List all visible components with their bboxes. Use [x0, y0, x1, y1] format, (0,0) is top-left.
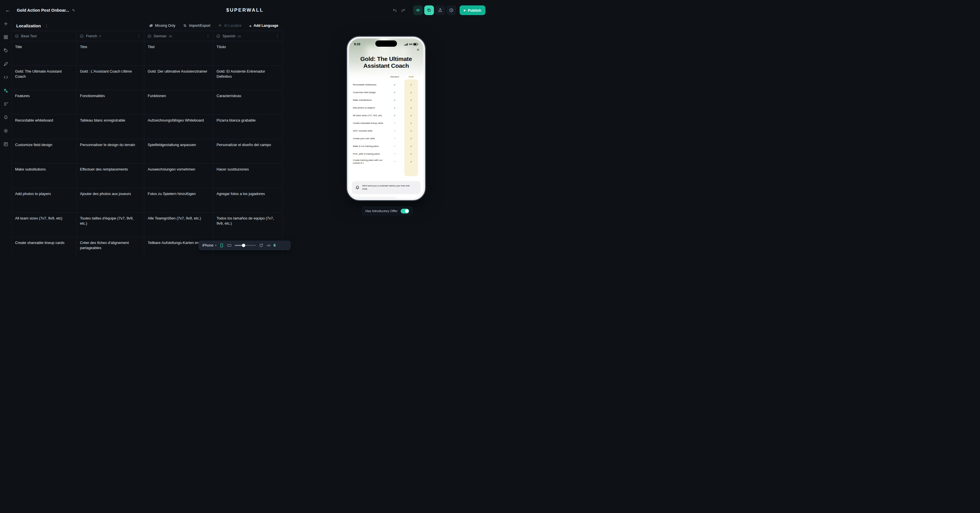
column-header-spanish[interactable]: Spanishes⋮: [213, 31, 283, 41]
translation-cell-r3-c1[interactable]: Features: [12, 90, 76, 115]
cta-button-partial[interactable]: [352, 197, 397, 198]
translation-cell-r1-c4[interactable]: Título: [213, 41, 283, 66]
trial-reminder-text: We'll send you a reminder before your fr…: [362, 185, 414, 191]
missing-only-toggle[interactable]: Missing Only: [149, 24, 175, 28]
sidebar-item-forms[interactable]: [3, 142, 9, 147]
translation-cell-r6-c4[interactable]: Hacer sustituciones: [213, 164, 283, 188]
translation-cell-r5-c2[interactable]: Personnaliser le design du terrain: [76, 139, 144, 164]
column-menu-icon[interactable]: ⋮: [276, 34, 279, 38]
back-icon[interactable]: ←: [5, 7, 11, 13]
column-header-german[interactable]: Germande⋮: [144, 31, 213, 41]
zoom-slider[interactable]: [235, 245, 256, 246]
import-export-button[interactable]: Import/Export: [183, 24, 210, 28]
sidebar-item-dashboard[interactable]: [3, 35, 9, 40]
translation-cell-r5-c4[interactable]: Personalizar el diseño del campo: [213, 139, 283, 164]
translation-cell-r2-c3[interactable]: Gold: Der ultimative Assistenztrainer: [144, 66, 213, 90]
status-time: 9:33: [354, 42, 360, 46]
superwall-logo: $UPERWALL: [226, 7, 264, 13]
translation-cell-r4-c1[interactable]: Recordable whiteboard: [12, 115, 76, 139]
translation-cell-r3-c4[interactable]: Características: [213, 90, 283, 115]
translation-cell-r2-c1[interactable]: Gold: The Ultimate Assistant Coach: [12, 66, 76, 90]
ai-localize-button[interactable]: AI Localize: [218, 24, 241, 28]
top-bar: ← Gold Action Post Onboar... ✎ $UPERWALL: [0, 0, 490, 21]
document-title[interactable]: Gold Action Post Onboar...: [17, 8, 69, 13]
landscape-orientation-button[interactable]: [227, 243, 232, 248]
device-selector[interactable]: iPhone ▾: [202, 244, 216, 247]
translation-cell-r1-c3[interactable]: Titel: [144, 41, 213, 66]
check-icon: ✓: [387, 91, 403, 94]
preview-eye-button[interactable]: [413, 5, 423, 15]
feature-name: Print .pdfs of training plans: [353, 153, 387, 155]
cross-icon: ✕: [387, 129, 403, 132]
translation-cell-r8-c1[interactable]: All team sizes (7v7, 9v9, etc): [12, 213, 76, 237]
intro-offer-toggle[interactable]: Has Introductory Offer: [362, 207, 413, 215]
edit-icon[interactable]: ✎: [72, 8, 75, 13]
translation-cell-r7-c1[interactable]: Add photos to players: [12, 188, 76, 213]
feature-row: Recordable whiteboard✓✓: [353, 81, 420, 89]
check-icon: ✓: [403, 91, 420, 94]
translation-cell-r7-c2[interactable]: Ajouter des photos aux joueurs: [76, 188, 144, 213]
toggle-knob: [405, 209, 409, 213]
paywall-title: Gold: The Ultimate Assistant Coach: [351, 56, 421, 69]
toggle-switch[interactable]: [401, 209, 409, 213]
eye-off-icon: [149, 24, 153, 28]
translation-cell-r6-c1[interactable]: Make substitutions: [12, 164, 76, 188]
translation-cell-r8-c3[interactable]: Alle Teamgrößen (7v7, 9v9, etc.): [144, 213, 213, 237]
publish-button[interactable]: ▶ Publish: [460, 5, 485, 15]
translation-cell-r2-c4[interactable]: Gold: El Asistente Entrenador Definitivo: [213, 66, 283, 90]
translation-cell-r7-c4[interactable]: Agregar fotos a los jugadores: [213, 188, 283, 213]
translation-cell-r4-c4[interactable]: Pizarra blanca grabable: [213, 115, 283, 139]
translation-cell-r6-c2[interactable]: Effectuer des remplacements: [76, 164, 144, 188]
column-header-base-text[interactable]: Base Text: [12, 31, 76, 41]
translation-cell-r9-c2[interactable]: Créer des fiches d'alignement partageabl…: [76, 237, 144, 256]
translation-cell-r6-c3[interactable]: Auswechslungen vornehmen: [144, 164, 213, 188]
status-icons: SW: [404, 43, 418, 46]
close-icon[interactable]: ✕: [417, 48, 420, 52]
add-language-button[interactable]: + Add Language: [249, 23, 278, 28]
portrait-orientation-button[interactable]: [220, 243, 224, 248]
translation-cell-r4-c2[interactable]: Tableau blanc enregistrable: [76, 115, 144, 139]
sidebar-item-design[interactable]: [3, 61, 9, 66]
sidebar-item-add[interactable]: [3, 21, 9, 26]
translation-cell-r8-c4[interactable]: Todos los tamaños de equipo (7v7, 9v9, e…: [213, 213, 283, 237]
check-icon: ✓: [403, 99, 420, 102]
sidebar-item-settings[interactable]: [3, 128, 9, 133]
translation-cell-r7-c3[interactable]: Fotos zu Spielern hinzufügen: [144, 188, 213, 213]
history-button[interactable]: [447, 5, 456, 15]
sidebar-item-notifications[interactable]: [3, 115, 9, 120]
feature-name: All team sizes (7v7, 9v9, etc): [353, 114, 387, 117]
duplicate-button[interactable]: [424, 5, 434, 15]
translation-cell-r4-c3[interactable]: Aufzeichnungsfähiges Whiteboard: [144, 115, 213, 139]
translation-cell-r1-c2[interactable]: Titre: [76, 41, 144, 66]
column-menu-icon[interactable]: ⋮: [137, 34, 141, 38]
share-button[interactable]: [435, 5, 445, 15]
translation-cell-r2-c2[interactable]: Gold : L'Assistant Coach Ultime: [76, 66, 144, 90]
localization-menu-icon[interactable]: ⋮: [45, 24, 48, 28]
sidebar-item-tags[interactable]: [3, 48, 9, 53]
code-view-icon[interactable]: </>: [267, 244, 270, 247]
plus-icon: +: [249, 23, 251, 28]
localization-controls: Missing Only Import/Export AI Localize +…: [149, 23, 278, 28]
sidebar-item-code[interactable]: [3, 75, 9, 80]
translation-cell-r3-c2[interactable]: Fonctionnalités: [76, 90, 144, 115]
sidebar-item-flow[interactable]: [3, 101, 9, 107]
translation-cell-r5-c3[interactable]: Spielfeldgestaltung anpassen: [144, 139, 213, 164]
cross-icon: ✕: [387, 145, 403, 147]
cross-icon: ✕: [387, 160, 403, 163]
column-menu-icon[interactable]: ⋮: [206, 34, 210, 38]
translation-cell-r9-c1[interactable]: Create shareable lineup cards: [12, 237, 76, 256]
translation-cell-r5-c1[interactable]: Customize field design: [12, 139, 76, 164]
translation-cell-r1-c1[interactable]: Title: [12, 41, 76, 66]
redo-icon[interactable]: [399, 6, 407, 14]
paywall-screen: 9:33 SW ✕ Gold: The Ultimate Assistant C…: [349, 38, 423, 198]
refresh-icon[interactable]: [259, 243, 264, 248]
sidebar-item-localization[interactable]: [3, 88, 9, 93]
check-icon: ✓: [403, 153, 420, 155]
translation-cell-r8-c2[interactable]: Toutes tailles d'équipe (7v7, 9v9, etc.): [76, 213, 144, 237]
column-header-french[interactable]: Frenchfr⋮: [76, 31, 144, 41]
undo-icon[interactable]: [390, 6, 399, 14]
slider-knob[interactable]: [242, 244, 245, 247]
battery-icon: [413, 43, 418, 46]
cross-icon: ✕: [387, 153, 403, 155]
translation-cell-r3-c3[interactable]: Funktionen: [144, 90, 213, 115]
